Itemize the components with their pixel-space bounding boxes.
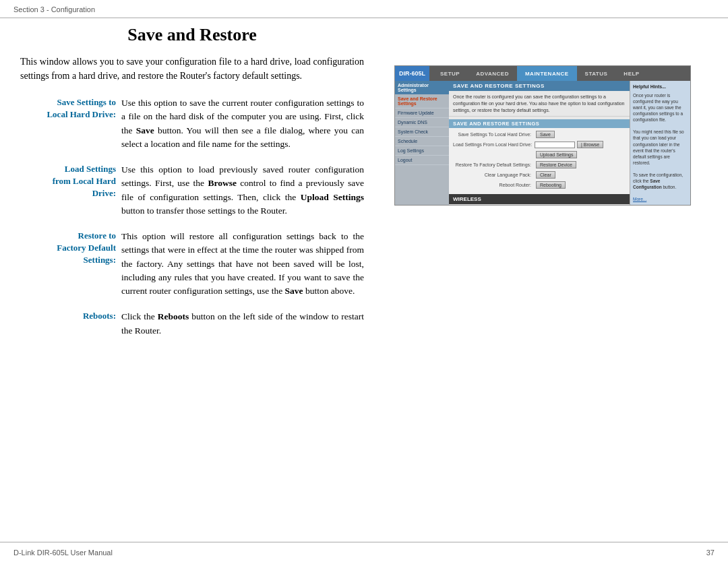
page-title: Save and Restore — [20, 25, 364, 45]
restore-text: This option will restore all configurati… — [121, 230, 364, 298]
reboot-form-label: Reboot Router: — [453, 183, 534, 187]
sidebar-item-save-restore[interactable]: Save and Restore Settings — [395, 94, 449, 108]
restore-label: Restore toFactory DefaultSettings: — [20, 230, 121, 298]
restore-form-label: Restore To Factory Default Settings: — [453, 162, 534, 167]
router-settings-sub-header: SAVE AND RESTORE SETTINGS — [449, 119, 630, 128]
reboots-text: Click the Reboots button on the left sid… — [121, 310, 364, 338]
page-header: Section 3 - Configuration — [0, 0, 728, 18]
wireless-bar: WIRELESS — [449, 194, 630, 204]
nav-status[interactable]: STATUS — [577, 66, 616, 81]
router-info-text: Once the router is configured you can sa… — [449, 91, 630, 117]
save-label: Save Settings toLocal Hard Drive: — [20, 96, 121, 151]
sidebar-item-logout[interactable]: Logout — [395, 156, 449, 165]
clear-form-label: Clear Language Pack: — [453, 173, 534, 177]
router-screenshot: DIR-605L SETUP ADVANCED MAINTENANCE STAT… — [394, 65, 691, 206]
reboot-button[interactable]: Rebooting — [536, 181, 566, 189]
sidebar-title: Administrator Settings — [395, 81, 449, 94]
section-reboots: Reboots: Click the Reboots button on the… — [20, 310, 364, 338]
page-footer: D-Link DIR-605L User Manual 37 — [0, 542, 728, 562]
load-label: Load Settingsfrom Local HardDrive: — [20, 163, 121, 218]
clear-button[interactable]: Clear — [536, 171, 555, 179]
form-row-load: Load Settings From Local Hard Drive: | B… — [453, 141, 626, 148]
form-row-restore: Restore To Factory Default Settings: Res… — [453, 161, 626, 168]
form-row-clear: Clear Language Pack: Clear — [453, 171, 626, 179]
router-logo: DIR-605L — [395, 66, 429, 81]
browse-button[interactable]: | Browse — [577, 141, 603, 148]
nav-advanced[interactable]: ADVANCED — [468, 66, 517, 81]
router-helpbox: Helpful Hints... Once your router is con… — [630, 81, 690, 205]
section-save: Save Settings toLocal Hard Drive: Use th… — [20, 96, 364, 151]
section-load: Load Settingsfrom Local HardDrive: Use t… — [20, 163, 364, 218]
helpbox-text3: To save the configuration, click the Sav… — [633, 172, 688, 190]
router-body: Administrator Settings Save and Restore … — [395, 81, 690, 205]
footer-right: 37 — [706, 549, 715, 557]
upload-settings-button[interactable]: Upload Settings — [536, 151, 577, 158]
section-restore: Restore toFactory DefaultSettings: This … — [20, 230, 364, 298]
nav-help[interactable]: HELP — [615, 66, 647, 81]
section-label: Section 3 - Configuration — [13, 5, 95, 13]
load-form-label: Load Settings From Local Hard Drive: — [453, 142, 535, 147]
router-form: Save Settings To Local Hard Drive: Save … — [449, 128, 630, 194]
form-row-upload: Upload Settings — [453, 151, 626, 158]
left-panel: Save and Restore This window allows you … — [13, 18, 377, 533]
sidebar-item-dns[interactable]: Dynamic DNS — [395, 118, 449, 127]
load-text: Use this option to load previously saved… — [121, 163, 364, 218]
save-form-label: Save Settings To Local Hard Drive: — [453, 132, 534, 137]
save-text: Use this option to save the current rout… — [121, 96, 364, 151]
right-panel: DIR-605L SETUP ADVANCED MAINTENANCE STAT… — [377, 59, 701, 533]
sidebar-item-log[interactable]: Log Settings — [395, 146, 449, 156]
nav-maintenance[interactable]: MAINTENANCE — [517, 66, 577, 81]
sidebar-item-firmware[interactable]: Firmware Update — [395, 108, 449, 118]
helpbox-title: Helpful Hints... — [633, 84, 688, 90]
helpbox-text2: You might need this file so that you can… — [633, 129, 688, 166]
form-row-save: Save Settings To Local Hard Drive: Save — [453, 131, 626, 138]
save-button[interactable]: Save — [536, 131, 555, 138]
sidebar-item-schedule[interactable]: Schedule — [395, 137, 449, 146]
intro-text: This window allows you to save your conf… — [20, 55, 364, 83]
router-section-header: SAVE AND RESTORE SETTINGS — [449, 81, 630, 91]
reboots-label: Reboots: — [20, 310, 121, 338]
router-nav: DIR-605L SETUP ADVANCED MAINTENANCE STAT… — [395, 66, 690, 81]
router-nav-items: SETUP ADVANCED MAINTENANCE STATUS HELP — [432, 66, 690, 81]
router-sidebar: Administrator Settings Save and Restore … — [395, 81, 449, 205]
form-row-reboot: Reboot Router: Rebooting — [453, 181, 626, 189]
helpbox-more-link[interactable]: More... — [633, 196, 688, 202]
footer-left: D-Link DIR-605L User Manual — [13, 549, 113, 557]
router-main-area: SAVE AND RESTORE SETTINGS Once the route… — [449, 81, 630, 205]
sidebar-item-syscheck[interactable]: System Check — [395, 127, 449, 137]
restore-device-button[interactable]: Restore Device — [536, 161, 576, 168]
load-input[interactable] — [535, 142, 575, 148]
nav-setup[interactable]: SETUP — [432, 66, 468, 81]
helpbox-text1: Once your router is configured the way y… — [633, 92, 688, 123]
main-content: Save and Restore This window allows you … — [0, 18, 728, 533]
